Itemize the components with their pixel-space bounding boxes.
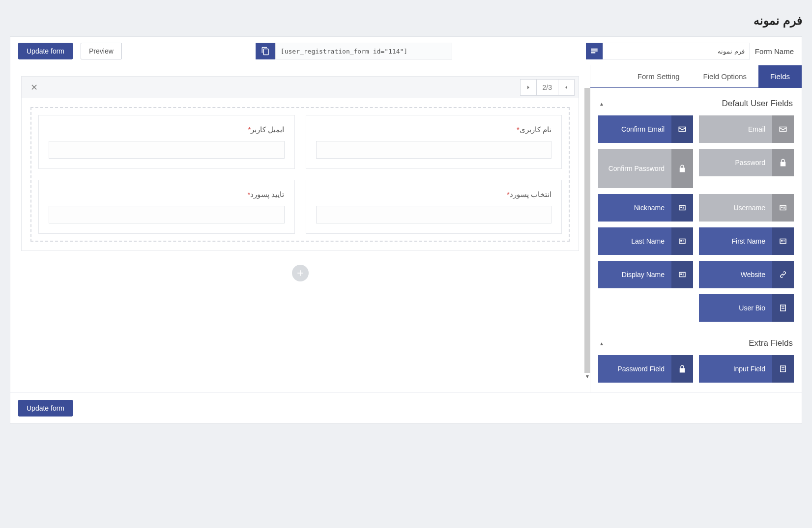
update-form-button-footer[interactable]: Update form: [18, 400, 73, 417]
form-name-label: Form Name: [755, 47, 794, 56]
field-item-label: Username: [699, 204, 772, 212]
link-icon: [772, 261, 794, 288]
field-item-label: Password: [699, 159, 772, 167]
required-star-icon: *: [517, 125, 520, 134]
tab-form-setting[interactable]: Form Setting: [626, 65, 692, 87]
required-star-icon: *: [247, 190, 250, 198]
lock-icon: [772, 149, 794, 176]
field-item-password: Password: [699, 149, 794, 176]
lock-icon: [671, 355, 693, 383]
shortcode-field: [256, 43, 452, 59]
field-item-label: Last Name: [598, 237, 671, 245]
sidebar: Form Setting Field Options Fields ▼ ▲ De…: [590, 65, 802, 392]
field-item-label: Password Field: [598, 365, 671, 373]
canvas-field-card[interactable]: نام کاربری*: [306, 115, 562, 169]
doc-icon: [772, 294, 794, 322]
card-icon: [772, 227, 794, 255]
scrollbar[interactable]: [584, 88, 590, 373]
field-item-label: Email: [699, 125, 772, 133]
field-item-display-name[interactable]: Display Name: [598, 261, 693, 288]
field-item-username: Username: [699, 194, 794, 222]
canvas-field-card[interactable]: ایمیل کاربر*: [38, 115, 295, 169]
required-star-icon: *: [507, 190, 510, 198]
canvas-field-card[interactable]: تایید پسورد*: [38, 180, 295, 234]
default-fields-heading: Default User Fields: [722, 99, 793, 109]
page-prev-button[interactable]: [558, 79, 575, 96]
topbar: Update form Preview Form Name: [10, 37, 802, 65]
field-label: نام کاربری*: [316, 125, 552, 134]
field-item-last-name[interactable]: Last Name: [598, 227, 693, 255]
collapse-toggle-icon[interactable]: ▲: [599, 101, 604, 107]
field-preview-input: [316, 141, 552, 159]
form-name-field: Form Name: [586, 43, 794, 59]
field-item-email: Email: [699, 115, 794, 143]
field-item-label: User Bio: [699, 304, 772, 312]
collapse-toggle-icon[interactable]: ▲: [599, 341, 604, 346]
field-item-label: Website: [699, 271, 772, 278]
mail-icon: [772, 115, 794, 143]
page-indicator: 2/3: [537, 79, 558, 96]
field-item-confirm-email[interactable]: Confirm Email: [598, 115, 693, 143]
lock-icon: [671, 149, 693, 188]
field-item-label: Confirm Email: [598, 125, 671, 133]
field-item-label: Display Name: [598, 271, 671, 278]
add-row-button[interactable]: [292, 265, 309, 281]
field-preview-input: [49, 206, 285, 223]
page-title: فرم نمونه: [10, 10, 802, 36]
extra-fields-heading: Extra Fields: [749, 338, 793, 348]
field-label: ایمیل کاربر*: [49, 125, 285, 134]
card-icon: [671, 194, 693, 222]
page-next-button[interactable]: [520, 79, 537, 96]
field-item-input-field[interactable]: Input Field: [699, 355, 794, 383]
copy-shortcode-button[interactable]: [256, 43, 275, 59]
form-canvas: ✕ 2/3 نام کاربری*ایمیل کاربر*انت: [10, 65, 590, 392]
field-item-first-name[interactable]: First Name: [699, 227, 794, 255]
update-form-button[interactable]: Update form: [18, 43, 73, 59]
tab-field-options[interactable]: Field Options: [692, 65, 758, 87]
field-item-confirm-password: Confirm Password: [598, 149, 693, 188]
field-preview-input: [49, 141, 285, 159]
field-item-label: First Name: [699, 237, 772, 245]
card-icon: [772, 194, 794, 222]
field-item-website[interactable]: Website: [699, 261, 794, 288]
form-name-input[interactable]: [603, 43, 750, 59]
field-item-nickname[interactable]: Nickname: [598, 194, 693, 222]
doc-icon: [772, 355, 794, 383]
form-name-icon: [586, 43, 603, 59]
field-item-label: Confirm Password: [598, 165, 671, 172]
scroll-down-icon[interactable]: ▼: [584, 374, 590, 379]
shortcode-input[interactable]: [275, 43, 452, 59]
required-star-icon: *: [248, 125, 251, 134]
preview-button[interactable]: Preview: [81, 43, 122, 59]
canvas-field-card[interactable]: انتخاب پسورد*: [306, 180, 562, 234]
close-icon[interactable]: ✕: [26, 82, 43, 93]
field-item-password-field[interactable]: Password Field: [598, 355, 693, 383]
card-icon: [671, 261, 693, 288]
card-icon: [671, 227, 693, 255]
field-label: تایید پسورد*: [49, 190, 285, 199]
mail-icon: [671, 115, 693, 143]
field-label: انتخاب پسورد*: [316, 190, 552, 199]
field-item-user-bio[interactable]: User Bio: [699, 294, 794, 322]
field-preview-input: [316, 206, 552, 223]
tab-fields[interactable]: Fields: [758, 65, 802, 87]
field-item-label: Nickname: [598, 204, 671, 212]
field-item-label: Input Field: [699, 365, 772, 373]
